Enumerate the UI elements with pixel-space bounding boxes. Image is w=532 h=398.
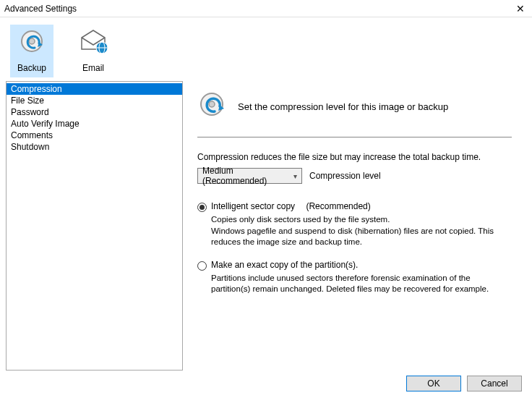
panel-title: Set the compression level for this image…: [238, 101, 448, 112]
compression-level-row: Medium (Recommended) ▾ Compression level: [197, 168, 512, 184]
titlebar: Advanced Settings ✕: [0, 0, 532, 17]
radio-exact-copy[interactable]: Make an exact copy of the partition(s). …: [197, 260, 512, 295]
sidebar-item-compression[interactable]: Compression: [7, 83, 182, 95]
toolbar-tab-email-label: Email: [82, 63, 104, 73]
radio-intelligent-recommended: (Recommended): [306, 201, 370, 211]
ok-button[interactable]: OK: [406, 376, 461, 391]
radio-exact-description: Partitions include unused sectors theref…: [211, 273, 512, 295]
panel-header: Set the compression level for this image…: [197, 91, 512, 137]
sidebar-item-shutdown[interactable]: Shutdown: [7, 141, 182, 153]
sidebar-item-password[interactable]: Password: [7, 106, 182, 118]
disk-refresh-icon: [197, 91, 226, 122]
window-title: Advanced Settings: [4, 4, 77, 14]
radio-intelligent-label: Intelligent sector copy: [211, 201, 295, 211]
radio-icon: [197, 203, 207, 212]
copy-mode-group: Intelligent sector copy (Recommended) Co…: [197, 201, 512, 295]
cancel-button[interactable]: Cancel: [467, 376, 522, 391]
disk-refresh-icon: [18, 29, 46, 59]
radio-icon: [197, 261, 207, 271]
toolbar: Backup Email: [0, 17, 532, 81]
sidebar-item-comments[interactable]: Comments: [7, 130, 182, 141]
toolbar-tab-backup-label: Backup: [17, 63, 46, 73]
radio-intelligent-description: Copies only disk sectors used by the fil…: [211, 214, 512, 248]
settings-panel: Set the compression level for this image…: [183, 81, 526, 371]
compression-level-select[interactable]: Medium (Recommended) ▾: [197, 168, 302, 184]
toolbar-tab-email[interactable]: Email: [71, 25, 116, 77]
compression-level-value: Medium (Recommended): [202, 166, 293, 186]
toolbar-tab-backup[interactable]: Backup: [10, 25, 53, 77]
content-area: Compression File Size Password Auto Veri…: [0, 81, 532, 371]
close-icon[interactable]: ✕: [513, 3, 528, 14]
chevron-down-icon: ▾: [293, 172, 297, 180]
radio-exact-label: Make an exact copy of the partition(s).: [211, 260, 358, 270]
sidebar-item-auto-verify-image[interactable]: Auto Verify Image: [7, 118, 182, 130]
envelope-globe-icon: [78, 29, 108, 59]
svg-point-9: [209, 101, 215, 107]
compression-level-label: Compression level: [309, 171, 381, 181]
sidebar-item-file-size[interactable]: File Size: [7, 95, 182, 106]
settings-category-list: Compression File Size Password Auto Veri…: [6, 81, 183, 371]
panel-description: Compression reduces the file size but ma…: [197, 152, 512, 162]
dialog-footer: OK Cancel: [0, 371, 532, 397]
svg-point-1: [29, 38, 35, 44]
radio-intelligent-sector-copy[interactable]: Intelligent sector copy (Recommended) Co…: [197, 201, 512, 248]
